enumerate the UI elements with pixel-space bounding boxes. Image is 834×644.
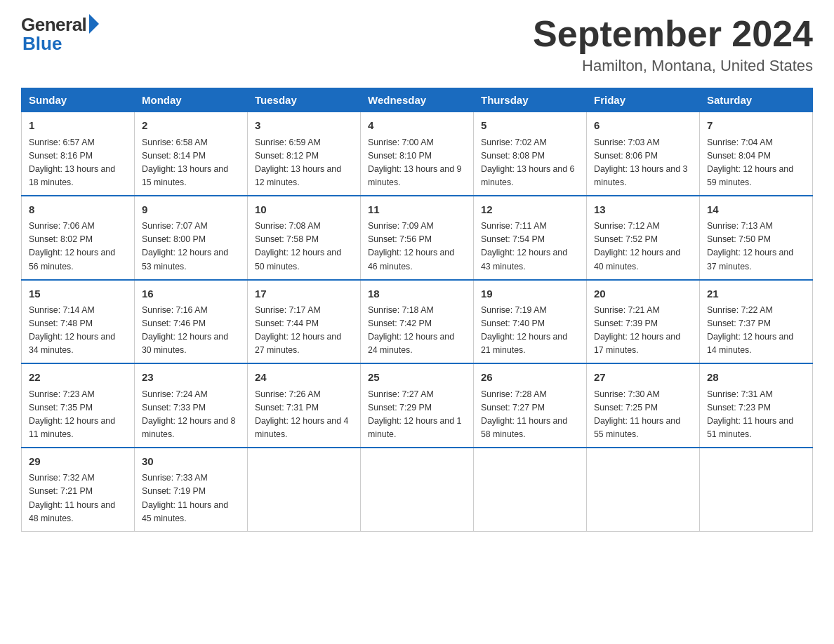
day-cell: 8 Sunrise: 7:06 AMSunset: 8:02 PMDayligh… — [22, 196, 135, 280]
day-number: 25 — [368, 370, 466, 386]
header-sunday: Sunday — [22, 88, 135, 112]
day-number: 23 — [142, 370, 240, 386]
day-number: 3 — [255, 118, 353, 134]
day-number: 15 — [29, 286, 127, 302]
calendar-subtitle: Hamilton, Montana, United States — [533, 57, 813, 75]
day-info: Sunrise: 7:09 AMSunset: 7:56 PMDaylight:… — [368, 221, 454, 271]
day-info: Sunrise: 6:58 AMSunset: 8:14 PMDaylight:… — [142, 137, 228, 187]
day-number: 12 — [481, 202, 579, 218]
day-number: 19 — [481, 286, 579, 302]
week-row-2: 8 Sunrise: 7:06 AMSunset: 8:02 PMDayligh… — [22, 196, 813, 280]
day-cell: 7 Sunrise: 7:04 AMSunset: 8:04 PMDayligh… — [700, 112, 813, 196]
day-info: Sunrise: 7:07 AMSunset: 8:00 PMDaylight:… — [142, 221, 228, 271]
logo-blue-text: Blue — [22, 33, 62, 55]
day-number: 2 — [142, 118, 240, 134]
logo: General Blue — [21, 14, 99, 55]
day-info: Sunrise: 7:06 AMSunset: 8:02 PMDaylight:… — [29, 221, 115, 271]
header-wednesday: Wednesday — [361, 88, 474, 112]
day-info: Sunrise: 7:27 AMSunset: 7:29 PMDaylight:… — [368, 389, 461, 439]
day-cell: 27 Sunrise: 7:30 AMSunset: 7:25 PMDaylig… — [587, 363, 700, 448]
day-info: Sunrise: 7:18 AMSunset: 7:42 PMDaylight:… — [368, 305, 454, 355]
day-info: Sunrise: 7:08 AMSunset: 7:58 PMDaylight:… — [255, 221, 341, 271]
day-info: Sunrise: 7:28 AMSunset: 7:27 PMDaylight:… — [481, 389, 567, 439]
day-cell: 26 Sunrise: 7:28 AMSunset: 7:27 PMDaylig… — [474, 363, 587, 448]
day-cell: 6 Sunrise: 7:03 AMSunset: 8:06 PMDayligh… — [587, 112, 700, 196]
day-number: 8 — [29, 202, 127, 218]
day-cell: 5 Sunrise: 7:02 AMSunset: 8:08 PMDayligh… — [474, 112, 587, 196]
day-number: 26 — [481, 370, 579, 386]
day-info: Sunrise: 7:04 AMSunset: 8:04 PMDaylight:… — [707, 137, 793, 187]
day-cell: 2 Sunrise: 6:58 AMSunset: 8:14 PMDayligh… — [135, 112, 248, 196]
day-info: Sunrise: 7:13 AMSunset: 7:50 PMDaylight:… — [707, 221, 793, 271]
day-cell: 3 Sunrise: 6:59 AMSunset: 8:12 PMDayligh… — [248, 112, 361, 196]
day-info: Sunrise: 6:57 AMSunset: 8:16 PMDaylight:… — [29, 137, 115, 187]
day-cell: 29 Sunrise: 7:32 AMSunset: 7:21 PMDaylig… — [22, 448, 135, 531]
day-info: Sunrise: 7:12 AMSunset: 7:52 PMDaylight:… — [594, 221, 680, 271]
day-cell: 4 Sunrise: 7:00 AMSunset: 8:10 PMDayligh… — [361, 112, 474, 196]
day-cell — [248, 448, 361, 531]
header-saturday: Saturday — [700, 88, 813, 112]
day-cell — [700, 448, 813, 531]
day-cell: 21 Sunrise: 7:22 AMSunset: 7:37 PMDaylig… — [700, 280, 813, 364]
calendar-header: SundayMondayTuesdayWednesdayThursdayFrid… — [22, 88, 813, 112]
day-number: 10 — [255, 202, 353, 218]
day-number: 21 — [707, 286, 805, 302]
day-number: 9 — [142, 202, 240, 218]
day-cell: 9 Sunrise: 7:07 AMSunset: 8:00 PMDayligh… — [135, 196, 248, 280]
header-monday: Monday — [135, 88, 248, 112]
page-header: General Blue September 2024 Hamilton, Mo… — [21, 14, 813, 75]
day-number: 29 — [29, 454, 127, 470]
day-cell: 11 Sunrise: 7:09 AMSunset: 7:56 PMDaylig… — [361, 196, 474, 280]
day-number: 16 — [142, 286, 240, 302]
logo-triangle-icon — [89, 14, 99, 34]
day-cell: 12 Sunrise: 7:11 AMSunset: 7:54 PMDaylig… — [474, 196, 587, 280]
day-info: Sunrise: 7:23 AMSunset: 7:35 PMDaylight:… — [29, 389, 115, 439]
calendar-table: SundayMondayTuesdayWednesdayThursdayFrid… — [21, 88, 813, 531]
day-number: 11 — [368, 202, 466, 218]
day-number: 30 — [142, 454, 240, 470]
day-number: 14 — [707, 202, 805, 218]
day-cell: 13 Sunrise: 7:12 AMSunset: 7:52 PMDaylig… — [587, 196, 700, 280]
week-row-4: 22 Sunrise: 7:23 AMSunset: 7:35 PMDaylig… — [22, 363, 813, 448]
week-row-5: 29 Sunrise: 7:32 AMSunset: 7:21 PMDaylig… — [22, 448, 813, 531]
day-cell: 17 Sunrise: 7:17 AMSunset: 7:44 PMDaylig… — [248, 280, 361, 364]
day-number: 13 — [594, 202, 692, 218]
day-cell: 22 Sunrise: 7:23 AMSunset: 7:35 PMDaylig… — [22, 363, 135, 448]
day-info: Sunrise: 7:00 AMSunset: 8:10 PMDaylight:… — [368, 137, 461, 187]
day-number: 17 — [255, 286, 353, 302]
day-cell: 25 Sunrise: 7:27 AMSunset: 7:29 PMDaylig… — [361, 363, 474, 448]
day-cell — [361, 448, 474, 531]
day-info: Sunrise: 7:22 AMSunset: 7:37 PMDaylight:… — [707, 305, 793, 355]
week-row-3: 15 Sunrise: 7:14 AMSunset: 7:48 PMDaylig… — [22, 280, 813, 364]
day-info: Sunrise: 7:31 AMSunset: 7:23 PMDaylight:… — [707, 389, 793, 439]
day-number: 6 — [594, 118, 692, 134]
day-info: Sunrise: 7:17 AMSunset: 7:44 PMDaylight:… — [255, 305, 341, 355]
day-cell: 15 Sunrise: 7:14 AMSunset: 7:48 PMDaylig… — [22, 280, 135, 364]
day-info: Sunrise: 7:32 AMSunset: 7:21 PMDaylight:… — [29, 473, 115, 523]
day-info: Sunrise: 7:14 AMSunset: 7:48 PMDaylight:… — [29, 305, 115, 355]
day-info: Sunrise: 7:26 AMSunset: 7:31 PMDaylight:… — [255, 389, 348, 439]
day-cell: 24 Sunrise: 7:26 AMSunset: 7:31 PMDaylig… — [248, 363, 361, 448]
day-cell: 28 Sunrise: 7:31 AMSunset: 7:23 PMDaylig… — [700, 363, 813, 448]
day-cell: 23 Sunrise: 7:24 AMSunset: 7:33 PMDaylig… — [135, 363, 248, 448]
header-thursday: Thursday — [474, 88, 587, 112]
day-cell: 16 Sunrise: 7:16 AMSunset: 7:46 PMDaylig… — [135, 280, 248, 364]
day-info: Sunrise: 7:11 AMSunset: 7:54 PMDaylight:… — [481, 221, 567, 271]
day-number: 20 — [594, 286, 692, 302]
title-area: September 2024 Hamilton, Montana, United… — [533, 14, 813, 75]
day-info: Sunrise: 7:30 AMSunset: 7:25 PMDaylight:… — [594, 389, 680, 439]
day-number: 27 — [594, 370, 692, 386]
day-number: 1 — [29, 118, 127, 134]
day-cell: 30 Sunrise: 7:33 AMSunset: 7:19 PMDaylig… — [135, 448, 248, 531]
day-number: 4 — [368, 118, 466, 134]
calendar-body: 1 Sunrise: 6:57 AMSunset: 8:16 PMDayligh… — [22, 112, 813, 531]
day-number: 24 — [255, 370, 353, 386]
day-info: Sunrise: 6:59 AMSunset: 8:12 PMDaylight:… — [255, 137, 341, 187]
day-info: Sunrise: 7:33 AMSunset: 7:19 PMDaylight:… — [142, 473, 228, 523]
header-friday: Friday — [587, 88, 700, 112]
day-info: Sunrise: 7:02 AMSunset: 8:08 PMDaylight:… — [481, 137, 574, 187]
day-cell: 1 Sunrise: 6:57 AMSunset: 8:16 PMDayligh… — [22, 112, 135, 196]
day-cell — [587, 448, 700, 531]
day-cell — [474, 448, 587, 531]
day-cell: 14 Sunrise: 7:13 AMSunset: 7:50 PMDaylig… — [700, 196, 813, 280]
